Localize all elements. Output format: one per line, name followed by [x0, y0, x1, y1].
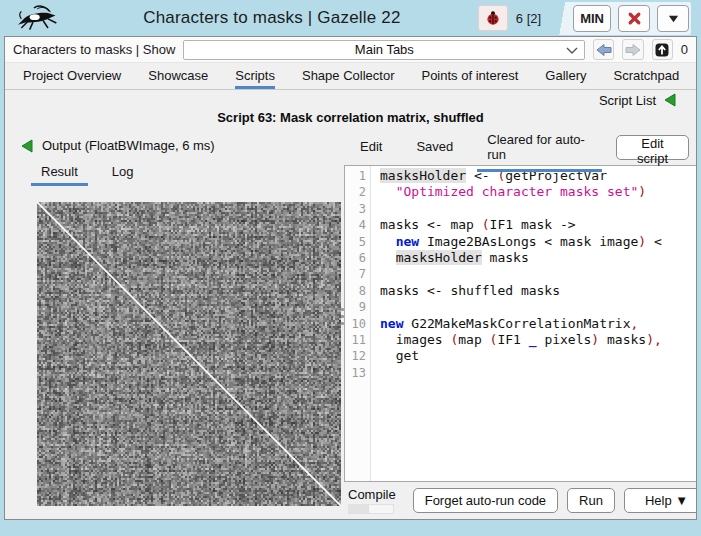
gazelle-logo-icon — [10, 3, 66, 33]
code-lines[interactable]: masksHolder <- (getProjectVar "Optimized… — [371, 166, 696, 481]
script-list-row: Script List — [5, 90, 696, 110]
app-window: Characters to masks | Gazelle 22 6 [2] M… — [0, 0, 701, 536]
code-line[interactable]: masks <- map (IF1 mask -> — [380, 217, 696, 233]
editor-bottom-bar: Compile Forget auto-run code Run Help ▼ — [344, 482, 697, 519]
code-line[interactable] — [380, 201, 696, 217]
show-label: Characters to masks | Show — [13, 42, 175, 57]
editor-tab-edit[interactable]: Edit — [350, 131, 392, 164]
compile-label: Compile — [348, 487, 396, 502]
main-split: Output (FloatBWImage, 6 ms) ResultLog Ed… — [5, 130, 696, 519]
close-icon — [627, 11, 642, 26]
main-tabs-dropdown[interactable]: Main Tabs — [183, 40, 585, 60]
back-button[interactable] — [593, 39, 614, 60]
script-list-collapse-icon[interactable] — [664, 93, 676, 107]
tab-scripts[interactable]: Scripts — [235, 63, 275, 89]
dropdown-value: Main Tabs — [184, 42, 584, 57]
output-collapse-icon[interactable] — [21, 139, 33, 153]
output-tab-log[interactable]: Log — [102, 161, 144, 186]
editor-tab-bar: EditSavedCleared for auto-runEdit script — [344, 130, 697, 165]
code-line[interactable]: images (map (IF1 _ pixels) masks), — [380, 332, 696, 348]
back-arrow-icon — [596, 43, 612, 57]
help-button[interactable]: Help ▼ — [624, 488, 697, 513]
tab-shape-collector[interactable]: Shape Collector — [302, 63, 395, 89]
up-button[interactable] — [652, 39, 673, 60]
code-line[interactable]: new Image2BAsLongs < mask image) < — [380, 234, 696, 250]
editor-tab-saved[interactable]: Saved — [406, 131, 463, 164]
line-number-gutter: 12345678910111213 — [345, 166, 371, 481]
forget-autorun-button[interactable]: Forget auto-run code — [413, 488, 558, 513]
editor-tab-cleared-for-auto-run[interactable]: Cleared for auto-run — [477, 124, 602, 172]
window-menu-button[interactable] — [657, 5, 689, 32]
editor-panel: EditSavedCleared for auto-runEdit script… — [344, 130, 697, 519]
edit-script-button[interactable]: Edit script — [616, 135, 689, 160]
code-line[interactable]: masksHolder masks — [380, 250, 696, 266]
output-tab-bar: ResultLog — [5, 155, 341, 186]
main-tab-bar: Project OverviewShowcaseScriptsShape Col… — [5, 63, 696, 90]
forward-button[interactable] — [622, 39, 643, 60]
code-line[interactable] — [380, 365, 696, 381]
ladybug-icon — [485, 10, 501, 26]
code-line[interactable] — [380, 299, 696, 315]
script-list-label: Script List — [599, 93, 656, 108]
bug-count: 6 [2] — [516, 11, 541, 26]
forward-arrow-icon — [625, 43, 641, 57]
tab-project-overview[interactable]: Project Overview — [23, 63, 121, 89]
output-panel: Output (FloatBWImage, 6 ms) ResultLog — [5, 130, 341, 519]
tab-showcase[interactable]: Showcase — [148, 63, 208, 89]
window-title: Characters to masks | Gazelle 22 — [66, 8, 478, 28]
editor-scrollbar[interactable] — [696, 166, 697, 481]
tab-scratchpad[interactable]: Scratchpad — [613, 63, 679, 89]
toolbar: Characters to masks | Show Main Tabs — [5, 37, 696, 63]
code-line[interactable]: get — [380, 348, 696, 364]
history-counter: 0 — [681, 42, 688, 57]
run-button[interactable]: Run — [567, 488, 615, 513]
result-image — [37, 202, 341, 506]
tab-points-of-interest[interactable]: Points of interest — [421, 63, 518, 89]
minimize-button[interactable]: MIN — [573, 5, 611, 32]
code-line[interactable] — [380, 266, 696, 282]
up-arrow-icon — [654, 42, 670, 58]
code-editor[interactable]: 12345678910111213 masksHolder <- (getPro… — [344, 165, 697, 482]
compile-progress — [348, 504, 394, 514]
chevron-down-icon — [667, 12, 680, 25]
tab-gallery[interactable]: Gallery — [545, 63, 586, 89]
code-line[interactable]: "Optimized character masks set") — [380, 184, 696, 200]
code-line[interactable]: new G22MakeMaskCorrelationMatrix, — [380, 316, 696, 332]
output-title: Output (FloatBWImage, 6 ms) — [42, 138, 215, 153]
code-line[interactable]: masks <- shuffled masks — [380, 283, 696, 299]
debug-button[interactable] — [478, 5, 508, 31]
titlebar: Characters to masks | Gazelle 22 6 [2] M… — [4, 0, 697, 36]
output-tab-result[interactable]: Result — [31, 161, 88, 186]
chevron-down-icon — [566, 47, 578, 55]
close-button[interactable] — [618, 5, 650, 32]
content-area: Characters to masks | Show Main Tabs — [4, 36, 697, 520]
